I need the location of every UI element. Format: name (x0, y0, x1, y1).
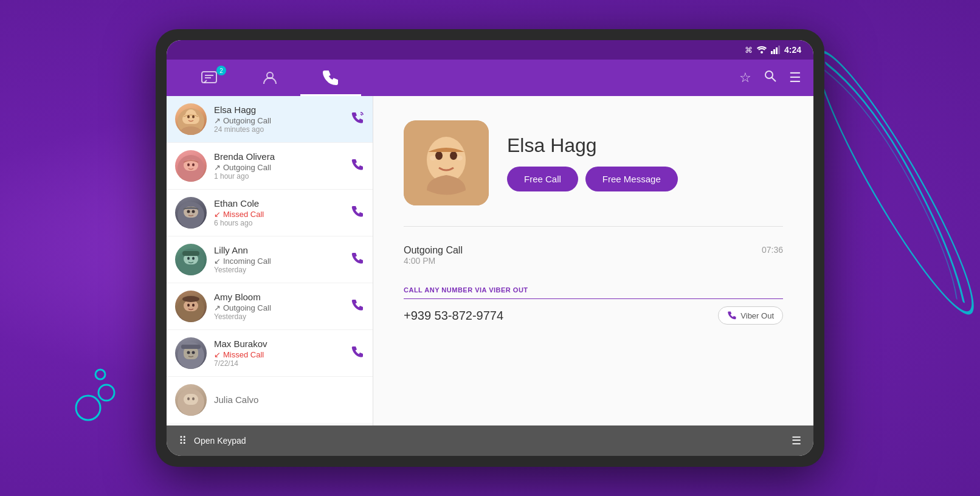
svg-point-20 (192, 115, 195, 119)
call-info-ethan: Ethan Cole ↙ Missed Call 6 hours ago (214, 198, 343, 227)
svg-point-32 (187, 257, 190, 260)
svg-rect-6 (776, 47, 778, 54)
status-bar: ⌘︎ 4:24 (167, 40, 813, 60)
tab-calls[interactable] (300, 60, 361, 96)
call-history-left: Outgoing Call 4:00 PM (404, 245, 463, 266)
call-time-brenda: 1 hour ago (214, 172, 343, 181)
svg-point-51 (435, 151, 443, 160)
favorites-icon[interactable]: ☆ (739, 70, 751, 86)
call-item-amy[interactable]: Amy Bloom ↗ Outgoing Call Yesterday (167, 283, 373, 330)
viber-out-divider (404, 298, 783, 299)
call-item-lilly[interactable]: Lilly Ann ↙ Incoming Call Yesterday (167, 236, 373, 283)
free-message-button[interactable]: Free Message (585, 167, 678, 191)
call-history-timestamp: 4:00 PM (404, 256, 463, 266)
avatar-elsa (175, 103, 207, 135)
call-info-max: Max Burakov ↙ Missed Call 7/22/14 (214, 339, 343, 368)
bottom-menu-icon[interactable]: ☰ (792, 434, 801, 447)
call-item-ethan[interactable]: Ethan Cole ↙ Missed Call 6 hours ago (167, 190, 373, 236)
call-name-brenda: Brenda Olivera (214, 151, 343, 162)
nav-bar: 2 ☆ (167, 60, 813, 96)
free-call-button[interactable]: Free Call (507, 167, 578, 191)
open-keypad-label[interactable]: Open Keypad (194, 436, 784, 446)
svg-rect-44 (181, 345, 201, 349)
tab-messages[interactable]: 2 (179, 60, 240, 96)
nav-right-icons: ☆ ☰ (739, 69, 801, 86)
svg-point-25 (192, 164, 195, 167)
call-phone-lilly[interactable] (351, 252, 364, 268)
call-info-brenda: Brenda Olivera ↗ Outgoing Call 1 hour ag… (214, 151, 343, 181)
call-name-amy: Amy Bloom (214, 292, 343, 302)
svg-rect-34 (182, 251, 199, 256)
svg-rect-4 (771, 51, 773, 54)
svg-point-1 (98, 385, 114, 401)
search-icon[interactable] (764, 69, 777, 86)
call-item-max[interactable]: Max Burakov ↙ Missed Call 7/22/14 (167, 330, 373, 377)
svg-point-29 (192, 210, 195, 213)
call-phone-amy[interactable] (351, 298, 364, 315)
call-type-amy: ↗ Outgoing Call (214, 303, 343, 312)
contact-actions: Free Call Free Message (507, 167, 678, 191)
menu-icon[interactable]: ☰ (789, 70, 801, 86)
call-time-amy: Yesterday (214, 312, 343, 321)
contact-name: Elsa Hagg (507, 134, 678, 157)
svg-point-48 (192, 398, 195, 401)
svg-point-54 (457, 156, 463, 160)
svg-point-28 (187, 210, 190, 213)
avatar-lilly (175, 244, 207, 275)
svg-rect-46 (184, 394, 198, 405)
call-time-max: 7/22/14 (214, 359, 343, 368)
call-info-elsa: Elsa Hagg ↗ Outgoing Call 24 minutes ago (214, 105, 343, 134)
tablet-inner: ⌘︎ 4:24 (167, 40, 813, 456)
bottom-bar: ⠿ Open Keypad ☰ (167, 425, 813, 456)
avatar-ethan (175, 197, 207, 229)
call-type-ethan: ↙ Missed Call (214, 210, 343, 219)
call-type-brenda: ↗ Outgoing Call (214, 163, 343, 172)
call-phone-max[interactable] (351, 345, 364, 362)
wifi-icon (756, 46, 767, 54)
call-history-type: Outgoing Call (404, 245, 463, 256)
call-name-lilly: Lilly Ann (214, 245, 343, 255)
svg-rect-18 (182, 114, 199, 124)
call-time-ethan: 6 hours ago (214, 219, 343, 227)
call-name-max: Max Burakov (214, 339, 343, 349)
call-phone-brenda[interactable] (351, 158, 364, 174)
call-type-lilly: ↙ Incoming Call (214, 257, 343, 266)
messages-badge: 2 (216, 66, 226, 75)
call-item-julia[interactable]: Julia Calvo (167, 377, 373, 424)
contact-header: Elsa Hagg Free Call Free Message (404, 120, 783, 205)
contact-name-section: Elsa Hagg Free Call Free Message (507, 134, 678, 191)
main-content: Elsa Hagg ↗ Outgoing Call 24 minutes ago (167, 96, 813, 425)
call-phone-elsa[interactable] (351, 111, 364, 128)
tablet-frame: ⌘︎ 4:24 (156, 29, 824, 467)
svg-point-37 (187, 304, 190, 307)
svg-point-39 (182, 296, 199, 302)
svg-rect-7 (778, 46, 780, 54)
call-info-lilly: Lilly Ann ↙ Incoming Call Yesterday (214, 245, 343, 274)
tab-contacts[interactable] (240, 60, 300, 96)
avatar-brenda (175, 150, 207, 182)
svg-point-42 (187, 351, 190, 354)
svg-point-0 (76, 396, 100, 420)
call-type-max: ↙ Missed Call (214, 350, 343, 359)
svg-point-53 (430, 156, 436, 160)
signal-icon (771, 46, 781, 54)
svg-point-19 (187, 115, 190, 119)
call-type-elsa: ↗ Outgoing Call (214, 116, 343, 125)
call-info-julia: Julia Calvo (214, 394, 364, 406)
divider-1 (404, 226, 783, 227)
avatar-julia (175, 384, 207, 416)
svg-point-2 (95, 370, 105, 379)
avatar-max (175, 337, 207, 369)
call-item-brenda[interactable]: Brenda Olivera ↗ Outgoing Call 1 hour ag… (167, 143, 373, 190)
svg-point-47 (187, 398, 190, 401)
nav-tabs: 2 (179, 60, 739, 96)
svg-line-13 (772, 78, 776, 82)
svg-point-12 (765, 71, 773, 78)
svg-point-38 (192, 304, 195, 307)
call-history-item: Outgoing Call 4:00 PM 07:36 (404, 241, 783, 269)
keypad-icon: ⠿ (179, 434, 187, 447)
viber-out-button[interactable]: Viber Out (718, 306, 783, 325)
call-item-elsa[interactable]: Elsa Hagg ↗ Outgoing Call 24 minutes ago (167, 96, 373, 143)
call-name-julia: Julia Calvo (214, 394, 364, 405)
call-phone-ethan[interactable] (351, 205, 364, 221)
